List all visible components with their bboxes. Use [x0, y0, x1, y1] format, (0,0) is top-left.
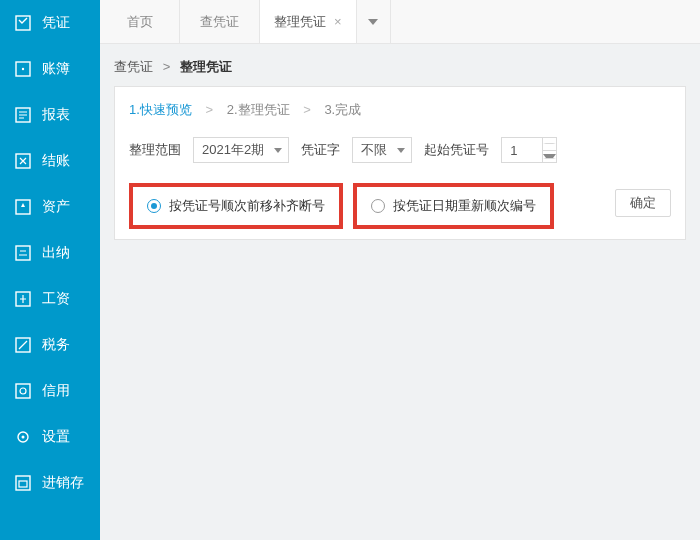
radio-icon[interactable]: [371, 199, 385, 213]
type-value: 不限: [361, 141, 387, 159]
inventory-icon: [14, 474, 32, 492]
settings-icon: [14, 428, 32, 446]
range-value: 2021年2期: [202, 141, 264, 159]
sidebar-item-inventory[interactable]: 进销存: [0, 460, 100, 506]
svg-rect-9: [16, 384, 30, 398]
tab-view-voucher[interactable]: 查凭证: [180, 0, 260, 43]
tab-dropdown[interactable]: [357, 0, 391, 43]
svg-rect-13: [16, 476, 30, 490]
tab-label: 整理凭证: [274, 13, 326, 31]
step-1[interactable]: 1.快速预览: [129, 102, 192, 117]
svg-rect-0: [16, 16, 30, 30]
range-label: 整理范围: [129, 141, 181, 159]
option-shift-forward[interactable]: 按凭证号顺次前移补齐断号: [129, 183, 343, 229]
report-icon: [14, 106, 32, 124]
tab-organize-voucher[interactable]: 整理凭证 ×: [260, 0, 357, 43]
sidebar-item-voucher[interactable]: 凭证: [0, 0, 100, 46]
sidebar-item-report[interactable]: 报表: [0, 92, 100, 138]
type-select[interactable]: 不限: [352, 137, 412, 163]
option-label: 按凭证日期重新顺次编号: [393, 197, 536, 215]
tab-home[interactable]: 首页: [100, 0, 180, 43]
sidebar-item-credit[interactable]: 信用: [0, 368, 100, 414]
sidebar-item-label: 资产: [42, 198, 70, 216]
sidebar-item-label: 信用: [42, 382, 70, 400]
topbar: 首页 查凭证 整理凭证 ×: [100, 0, 700, 44]
asset-icon: [14, 198, 32, 216]
sidebar-item-label: 工资: [42, 290, 70, 308]
sidebar-item-label: 税务: [42, 336, 70, 354]
main-panel: 1.快速预览 > 2.整理凭证 > 3.完成 整理范围 2021年2期 凭证字 …: [114, 86, 686, 240]
chevron-down-icon: [397, 148, 405, 153]
breadcrumb: 查凭证 > 整理凭证: [114, 58, 686, 76]
sidebar-item-asset[interactable]: 资产: [0, 184, 100, 230]
filter-row: 整理范围 2021年2期 凭证字 不限 起始凭证号 1: [129, 137, 671, 163]
svg-rect-6: [16, 246, 30, 260]
radio-icon[interactable]: [147, 199, 161, 213]
step-3: 3.完成: [324, 102, 361, 117]
sidebar-item-label: 凭证: [42, 14, 70, 32]
option-renumber-by-date[interactable]: 按凭证日期重新顺次编号: [353, 183, 554, 229]
sidebar-item-ledger[interactable]: 账簿: [0, 46, 100, 92]
sidebar-item-cashier[interactable]: 出纳: [0, 230, 100, 276]
breadcrumb-current: 整理凭证: [180, 59, 232, 74]
breadcrumb-sep: >: [163, 59, 171, 74]
close-icon[interactable]: ×: [334, 14, 342, 29]
sidebar-item-label: 设置: [42, 428, 70, 446]
spinner-arrows: [542, 138, 556, 162]
sidebar-item-label: 报表: [42, 106, 70, 124]
range-select[interactable]: 2021年2期: [193, 137, 289, 163]
breadcrumb-item[interactable]: 查凭证: [114, 59, 153, 74]
ledger-icon: [14, 60, 32, 78]
type-label: 凭证字: [301, 141, 340, 159]
voucher-icon: [14, 14, 32, 32]
svg-rect-14: [19, 481, 27, 487]
startno-label: 起始凭证号: [424, 141, 489, 159]
ok-button[interactable]: 确定: [615, 189, 671, 217]
sidebar-item-salary[interactable]: 工资: [0, 276, 100, 322]
options-row: 按凭证号顺次前移补齐断号 按凭证日期重新顺次编号 确定: [129, 183, 671, 229]
spinner-up[interactable]: [543, 138, 556, 151]
wizard-steps: 1.快速预览 > 2.整理凭证 > 3.完成: [129, 101, 671, 119]
sidebar-item-label: 进销存: [42, 474, 84, 492]
salary-icon: [14, 290, 32, 308]
option-label: 按凭证号顺次前移补齐断号: [169, 197, 325, 215]
svg-point-2: [22, 68, 24, 70]
sidebar-item-close-period[interactable]: 结账: [0, 138, 100, 184]
sidebar-item-settings[interactable]: 设置: [0, 414, 100, 460]
sidebar-item-tax[interactable]: 税务: [0, 322, 100, 368]
sidebar-item-label: 账簿: [42, 60, 70, 78]
sidebar-item-label: 结账: [42, 152, 70, 170]
chevron-down-icon: [274, 148, 282, 153]
ok-button-label: 确定: [630, 195, 656, 210]
tax-icon: [14, 336, 32, 354]
tab-label: 查凭证: [200, 13, 239, 31]
content-area: 查凭证 > 整理凭证 1.快速预览 > 2.整理凭证 > 3.完成 整理范围 2…: [100, 44, 700, 540]
close-period-icon: [14, 152, 32, 170]
tab-label: 首页: [127, 13, 153, 31]
step-2: 2.整理凭证: [227, 102, 290, 117]
credit-icon: [14, 382, 32, 400]
startno-stepper[interactable]: 1: [501, 137, 557, 163]
cashier-icon: [14, 244, 32, 262]
sidebar-item-label: 出纳: [42, 244, 70, 262]
svg-point-10: [20, 388, 26, 394]
startno-value: 1: [510, 143, 517, 158]
sidebar: 凭证 账簿 报表 结账 资产 出纳 工资: [0, 0, 100, 540]
spinner-down[interactable]: [543, 151, 556, 163]
svg-point-12: [22, 436, 25, 439]
